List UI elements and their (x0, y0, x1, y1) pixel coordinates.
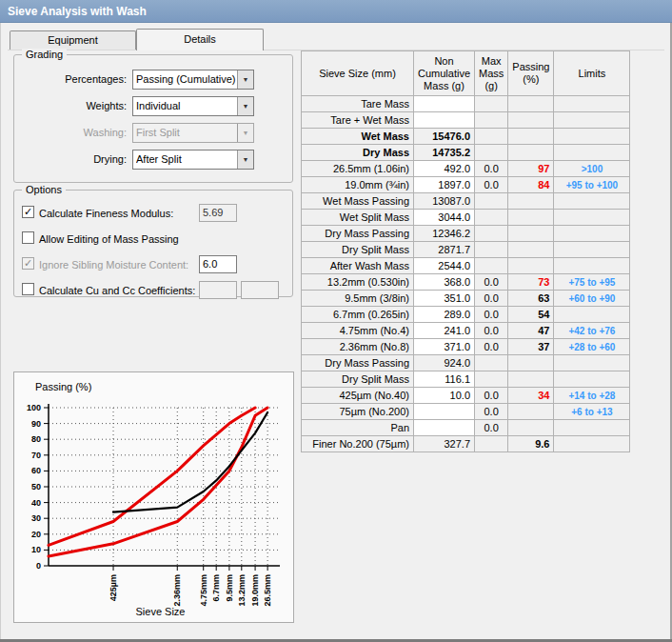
mass-cell[interactable]: 1897.0 (414, 177, 475, 193)
limits-cell: +60 to +90 (554, 291, 630, 307)
passing-cell: 9.6 (508, 436, 554, 452)
row-label-cell: Finer No.200 (75µm) (302, 436, 414, 452)
max-mass-cell (475, 258, 508, 274)
table-row: Finer No.200 (75µm)327.79.6 (302, 436, 630, 452)
column-header-limits: Limits (554, 51, 630, 96)
chevron-down-icon: ▼ (237, 124, 253, 142)
table-row: 13.2mm (0.530in)368.00.073+75 to +95 (302, 274, 630, 291)
allow-editing-checkbox[interactable] (22, 231, 34, 244)
table-header-row: Sieve Size (mm) Non Cumulative Mass (g) … (302, 51, 630, 96)
allow-editing-option: Allow Editing of Mass Passing (14, 229, 292, 250)
svg-text:90: 90 (31, 419, 41, 429)
row-label-cell: After Wash Mass (302, 258, 414, 274)
row-label-cell: Wet Split Mass (302, 210, 414, 226)
row-label-cell: Tare + Wet Mass (302, 112, 414, 129)
row-label-cell: Dry Mass Passing (302, 226, 414, 242)
row-label-cell: Wet Mass Passing (302, 193, 414, 210)
table-row: 19.0mm (¾in)1897.00.084+95 to +100 (302, 177, 630, 193)
mass-cell: 15476.0 (414, 129, 475, 145)
max-mass-cell: 0.0 (475, 388, 508, 404)
moisture-content-input[interactable]: 6.0 (199, 255, 237, 273)
row-label-cell: Wet Mass (302, 129, 414, 145)
chevron-down-icon[interactable]: ▼ (237, 70, 253, 89)
passing-cell (508, 420, 554, 436)
mass-cell: 924.0 (414, 355, 475, 371)
max-mass-cell (475, 129, 508, 145)
ignore-moisture-label: Ignore Sibling Moisture Content: (39, 259, 188, 271)
table-row: Dry Mass Passing924.0 (302, 355, 630, 371)
mass-cell[interactable]: 241.0 (414, 323, 475, 339)
weights-field: Weights: Individual ▼ (14, 96, 292, 116)
table-row: Tare + Wet Mass (302, 112, 630, 129)
limits-cell (554, 355, 630, 371)
mass-cell[interactable] (414, 96, 475, 112)
svg-text:Sieve Size: Sieve Size (136, 606, 186, 617)
svg-text:10: 10 (31, 545, 41, 554)
svg-text:13.2mm: 13.2mm (237, 574, 247, 607)
ignore-moisture-option: Ignore Sibling Moisture Content: 6.0 (14, 254, 292, 275)
drying-field: Drying: After Split ▼ (14, 150, 292, 170)
mass-cell: 13087.0 (414, 193, 475, 210)
weights-value: Individual (136, 100, 236, 111)
mass-cell: 14735.2 (414, 145, 475, 161)
mass-cell[interactable]: 371.0 (414, 339, 475, 355)
limits-cell: +95 to +100 (554, 177, 630, 193)
max-mass-cell (475, 226, 508, 242)
limits-cell (554, 307, 630, 323)
mass-cell[interactable]: 10.0 (414, 388, 475, 404)
mass-cell[interactable]: 116.1 (414, 371, 475, 388)
max-mass-cell (475, 96, 508, 112)
column-header-sieve-size: Sieve Size (mm) (302, 51, 414, 96)
mass-cell[interactable] (414, 420, 475, 436)
limits-cell (554, 258, 630, 274)
passing-cell (508, 242, 554, 258)
mass-cell[interactable]: 351.0 (414, 291, 475, 307)
tab-details[interactable]: Details (136, 29, 264, 50)
max-mass-cell: 0.0 (475, 404, 508, 420)
grading-group-legend: Grading (22, 49, 67, 61)
tab-details-label: Details (184, 33, 216, 45)
limits-cell (554, 436, 630, 452)
percentages-label: Percentages: (14, 73, 127, 85)
window-title: Sieve Analysis with Wash (8, 5, 147, 18)
mass-cell[interactable]: 289.0 (414, 307, 475, 323)
limits-cell (554, 226, 630, 242)
mass-cell[interactable]: 2544.0 (414, 258, 475, 274)
mass-cell[interactable]: 3044.0 (414, 210, 475, 226)
svg-text:20: 20 (31, 530, 41, 539)
mass-cell[interactable]: 368.0 (414, 274, 475, 291)
washing-field: Washing: First Split ▼ (14, 123, 292, 143)
table-row: Tare Mass (302, 96, 630, 112)
mass-cell[interactable] (414, 112, 475, 129)
chevron-down-icon[interactable]: ▼ (237, 150, 253, 169)
table-row: After Wash Mass2544.0 (302, 258, 630, 274)
svg-text:2.36mm: 2.36mm (172, 574, 182, 607)
passing-cell (508, 355, 554, 371)
mass-cell[interactable] (414, 404, 475, 420)
row-label-cell: 75µm (No.200) (302, 404, 414, 420)
svg-text:30: 30 (31, 513, 41, 523)
weights-label: Weights: (14, 100, 127, 111)
mass-cell[interactable]: 492.0 (414, 161, 475, 177)
drying-dropdown[interactable]: After Split ▼ (132, 150, 254, 170)
fineness-modulus-checkbox[interactable] (22, 206, 34, 218)
weights-dropdown[interactable]: Individual ▼ (132, 96, 254, 116)
svg-text:40: 40 (31, 498, 41, 508)
row-label-cell: Pan (302, 420, 414, 436)
percentages-field: Percentages: Passing (Cumulative) ▼ (14, 70, 292, 90)
column-header-passing: Passing (%) (508, 51, 554, 96)
svg-text:9.5mm: 9.5mm (225, 574, 234, 602)
percentages-dropdown[interactable]: Passing (Cumulative) ▼ (132, 70, 254, 90)
passing-cell: 34 (508, 388, 554, 404)
mass-cell: 2871.7 (414, 242, 475, 258)
max-mass-cell: 0.0 (475, 339, 508, 355)
washing-value: First Split (136, 127, 236, 138)
max-mass-cell (475, 193, 508, 210)
percentages-value: Passing (Cumulative) (136, 73, 236, 85)
max-mass-cell: 0.0 (475, 307, 508, 323)
cu-cc-checkbox[interactable] (22, 283, 34, 295)
table-row: 2.36mm (No.8)371.00.037+28 to +60 (302, 339, 630, 355)
tab-equipment[interactable]: Equipment (10, 30, 136, 50)
chevron-down-icon[interactable]: ▼ (237, 97, 253, 115)
mass-cell: 327.7 (414, 436, 475, 452)
